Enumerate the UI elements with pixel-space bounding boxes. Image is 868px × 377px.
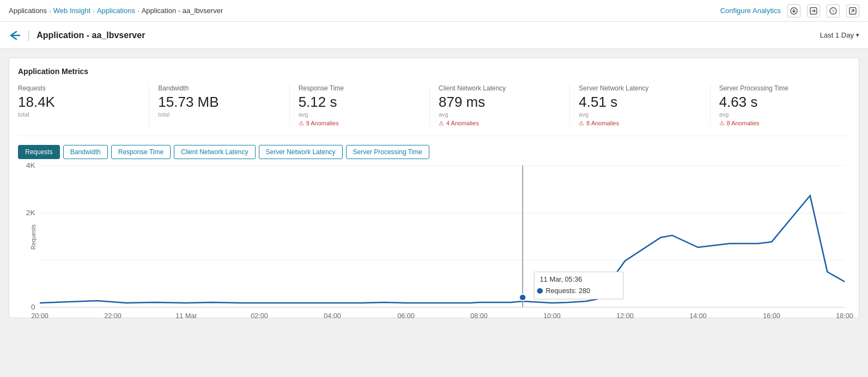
back-button[interactable]	[9, 31, 21, 40]
svg-text:2K: 2K	[26, 209, 35, 217]
svg-text:11 Mar: 11 Mar	[175, 312, 197, 320]
svg-text:08:00: 08:00	[470, 312, 488, 320]
anomaly-response-time: ⚠ 9 Anomalies	[299, 120, 421, 127]
configure-analytics-link[interactable]: Configure Analytics	[720, 7, 781, 15]
share-icon[interactable]	[807, 4, 820, 17]
breadcrumb-webinsight[interactable]: Web Insight	[53, 7, 90, 15]
warning-icon: ⚠	[579, 120, 584, 127]
chart-container: Requests 4K 2K 0	[40, 166, 845, 309]
metric-server-processing: Server Processing Time 4.63 s avg ⚠ 8 An…	[711, 84, 850, 127]
chart-point	[519, 294, 526, 301]
svg-point-15	[537, 288, 543, 294]
anomaly-server-processing: ⚠ 8 Anomalies	[719, 120, 841, 127]
svg-text:?: ?	[831, 9, 834, 14]
download-icon[interactable]	[787, 4, 800, 17]
tabs-row: Requests Bandwidth Response Time Client …	[18, 145, 850, 159]
external-link-icon[interactable]	[846, 4, 859, 17]
y-axis-label: Requests	[30, 224, 37, 250]
top-nav-right: Configure Analytics ?	[720, 4, 859, 17]
breadcrumb-applications: Applications	[9, 7, 47, 15]
svg-text:16:00: 16:00	[763, 312, 780, 320]
svg-text:4K: 4K	[26, 161, 35, 169]
metric-requests: Requests 18.4K total	[18, 84, 149, 127]
tab-requests[interactable]: Requests	[18, 145, 60, 159]
svg-text:12:00: 12:00	[616, 312, 634, 320]
metrics-card: Application Metrics Requests 18.4K total…	[9, 58, 859, 318]
svg-text:06:00: 06:00	[397, 312, 415, 320]
tab-bandwidth[interactable]: Bandwidth	[63, 145, 108, 159]
tab-client-latency[interactable]: Client Network Latency	[174, 145, 255, 159]
metric-bandwidth: Bandwidth 15.73 MB total	[149, 84, 289, 127]
chart-svg: 4K 2K 0 11 Mar, 05:36 Requests	[40, 166, 845, 307]
time-range-label: Last 1 Day	[820, 31, 854, 39]
metric-response-time: Response Time 5.12 s avg ⚠ 9 Anomalies	[290, 84, 430, 127]
svg-text:10:00: 10:00	[543, 312, 561, 320]
metrics-row: Requests 18.4K total Bandwidth 15.73 MB …	[18, 84, 850, 136]
sub-header-left: | Application - aa_lbvserver	[9, 29, 145, 41]
svg-text:14:00: 14:00	[689, 312, 707, 320]
tab-server-latency[interactable]: Server Network Latency	[259, 145, 343, 159]
metric-server-latency: Server Network Latency 4.51 s avg ⚠ 8 An…	[570, 84, 710, 127]
svg-text:0: 0	[31, 303, 35, 311]
svg-text:20:00: 20:00	[31, 312, 48, 320]
breadcrumb-current: Application - aa_lbvserver	[142, 7, 223, 15]
tab-server-processing[interactable]: Server Processing Time	[346, 145, 429, 159]
metric-client-latency: Client Network Latency 879 ms avg ⚠ 4 An…	[430, 84, 570, 127]
svg-text:02:00: 02:00	[251, 312, 268, 320]
top-nav: Applications › Web Insight › Application…	[0, 0, 868, 22]
sub-header: | Application - aa_lbvserver Last 1 Day …	[0, 22, 868, 49]
breadcrumb: Applications › Web Insight › Application…	[9, 7, 223, 15]
anomaly-client-latency: ⚠ 4 Anomalies	[439, 120, 561, 127]
warning-icon: ⚠	[719, 120, 725, 127]
chart-tooltip: 11 Mar, 05:36 Requests: 280	[534, 272, 623, 299]
svg-text:11 Mar, 05:36: 11 Mar, 05:36	[540, 276, 582, 283]
chevron-down-icon: ▾	[856, 32, 859, 39]
main-content: Application Metrics Requests 18.4K total…	[0, 49, 868, 327]
svg-text:18:00: 18:00	[836, 312, 853, 320]
help-icon[interactable]: ?	[827, 4, 840, 17]
time-range-selector[interactable]: Last 1 Day ▾	[820, 31, 859, 39]
anomaly-server-latency: ⚠ 8 Anomalies	[579, 120, 701, 127]
warning-icon: ⚠	[439, 120, 444, 127]
warning-icon: ⚠	[299, 120, 304, 127]
breadcrumb-applications2[interactable]: Applications	[97, 7, 135, 15]
tab-response-time[interactable]: Response Time	[111, 145, 171, 159]
chart-line	[40, 196, 845, 303]
page-title: Application - aa_lbvserver	[37, 31, 145, 40]
svg-text:04:00: 04:00	[324, 312, 341, 320]
svg-text:22:00: 22:00	[104, 312, 122, 320]
svg-text:Requests: 280: Requests: 280	[545, 287, 590, 295]
metrics-card-title: Application Metrics	[18, 67, 850, 76]
